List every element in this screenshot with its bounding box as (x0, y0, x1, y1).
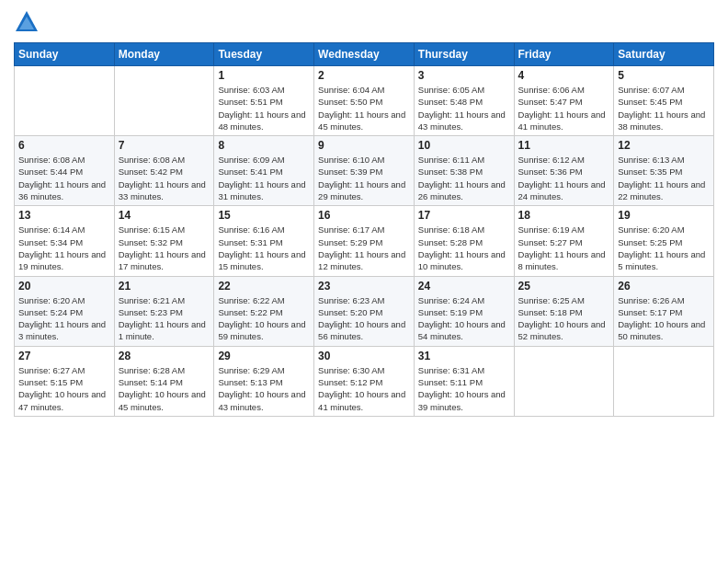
calendar-cell: 12Sunrise: 6:13 AM Sunset: 5:35 PM Dayli… (614, 136, 714, 206)
day-info: Sunrise: 6:17 AM Sunset: 5:29 PM Dayligh… (318, 224, 410, 272)
day-number: 23 (318, 280, 410, 293)
day-info: Sunrise: 6:10 AM Sunset: 5:39 PM Dayligh… (318, 154, 410, 202)
day-number: 29 (218, 350, 310, 362)
day-number: 15 (218, 209, 310, 222)
logo (14, 9, 41, 35)
calendar-cell: 25Sunrise: 6:25 AM Sunset: 5:18 PM Dayli… (514, 276, 614, 346)
day-info: Sunrise: 6:06 AM Sunset: 5:47 PM Dayligh… (518, 84, 610, 132)
day-info: Sunrise: 6:25 AM Sunset: 5:18 PM Dayligh… (518, 294, 610, 343)
day-info: Sunrise: 6:08 AM Sunset: 5:44 PM Dayligh… (18, 154, 110, 202)
calendar-cell: 24Sunrise: 6:24 AM Sunset: 5:19 PM Dayli… (414, 276, 514, 346)
day-info: Sunrise: 6:04 AM Sunset: 5:50 PM Dayligh… (318, 84, 410, 132)
day-number: 16 (318, 209, 410, 222)
calendar-week-row: 27Sunrise: 6:27 AM Sunset: 5:15 PM Dayli… (15, 346, 714, 416)
day-number: 4 (518, 69, 610, 82)
day-number: 6 (18, 139, 110, 152)
day-number: 2 (318, 69, 410, 82)
calendar-cell (614, 346, 714, 416)
day-number: 9 (318, 139, 410, 152)
weekday-header: Monday (114, 43, 214, 66)
calendar-cell: 18Sunrise: 6:19 AM Sunset: 5:27 PM Dayli… (514, 206, 614, 276)
day-number: 24 (418, 280, 510, 293)
calendar-cell: 17Sunrise: 6:18 AM Sunset: 5:28 PM Dayli… (414, 206, 514, 276)
calendar-cell: 6Sunrise: 6:08 AM Sunset: 5:44 PM Daylig… (15, 136, 115, 206)
calendar-cell (114, 66, 214, 136)
calendar-cell: 8Sunrise: 6:09 AM Sunset: 5:41 PM Daylig… (214, 136, 314, 206)
logo-icon (14, 9, 40, 35)
day-number: 5 (618, 69, 710, 82)
calendar-cell: 1Sunrise: 6:03 AM Sunset: 5:51 PM Daylig… (214, 66, 314, 136)
day-info: Sunrise: 6:05 AM Sunset: 5:48 PM Dayligh… (418, 84, 510, 132)
day-info: Sunrise: 6:12 AM Sunset: 5:36 PM Dayligh… (518, 154, 610, 202)
day-number: 3 (418, 69, 510, 82)
calendar-cell: 29Sunrise: 6:29 AM Sunset: 5:13 PM Dayli… (214, 346, 314, 416)
weekday-header: Wednesday (314, 43, 415, 66)
day-number: 7 (119, 139, 210, 152)
calendar-cell: 21Sunrise: 6:21 AM Sunset: 5:23 PM Dayli… (114, 276, 214, 346)
calendar-cell: 2Sunrise: 6:04 AM Sunset: 5:50 PM Daylig… (314, 66, 415, 136)
day-info: Sunrise: 6:20 AM Sunset: 5:25 PM Dayligh… (618, 224, 710, 272)
day-info: Sunrise: 6:29 AM Sunset: 5:13 PM Dayligh… (218, 364, 310, 413)
day-number: 11 (518, 139, 610, 152)
day-number: 8 (218, 139, 310, 152)
calendar-cell: 5Sunrise: 6:07 AM Sunset: 5:45 PM Daylig… (614, 66, 714, 136)
calendar-cell: 30Sunrise: 6:30 AM Sunset: 5:12 PM Dayli… (314, 346, 415, 416)
calendar-cell: 22Sunrise: 6:22 AM Sunset: 5:22 PM Dayli… (214, 276, 314, 346)
day-info: Sunrise: 6:30 AM Sunset: 5:12 PM Dayligh… (318, 364, 410, 413)
day-number: 14 (119, 209, 210, 222)
calendar-cell: 15Sunrise: 6:16 AM Sunset: 5:31 PM Dayli… (214, 206, 314, 276)
weekday-header: Thursday (414, 43, 514, 66)
weekday-header: Tuesday (214, 43, 314, 66)
day-number: 25 (518, 280, 610, 293)
day-number: 27 (18, 350, 110, 362)
day-info: Sunrise: 6:07 AM Sunset: 5:45 PM Dayligh… (618, 84, 710, 132)
day-number: 18 (518, 209, 610, 222)
day-number: 26 (618, 280, 710, 293)
day-info: Sunrise: 6:19 AM Sunset: 5:27 PM Dayligh… (518, 224, 610, 272)
day-info: Sunrise: 6:13 AM Sunset: 5:35 PM Dayligh… (618, 154, 710, 202)
calendar-cell: 20Sunrise: 6:20 AM Sunset: 5:24 PM Dayli… (15, 276, 115, 346)
calendar-cell: 4Sunrise: 6:06 AM Sunset: 5:47 PM Daylig… (514, 66, 614, 136)
calendar-cell: 3Sunrise: 6:05 AM Sunset: 5:48 PM Daylig… (414, 66, 514, 136)
day-info: Sunrise: 6:15 AM Sunset: 5:32 PM Dayligh… (119, 224, 210, 272)
day-number: 21 (119, 280, 210, 293)
day-info: Sunrise: 6:08 AM Sunset: 5:42 PM Dayligh… (119, 154, 210, 202)
calendar-cell: 23Sunrise: 6:23 AM Sunset: 5:20 PM Dayli… (314, 276, 415, 346)
weekday-header: Saturday (614, 43, 714, 66)
calendar-cell: 9Sunrise: 6:10 AM Sunset: 5:39 PM Daylig… (314, 136, 415, 206)
day-info: Sunrise: 6:23 AM Sunset: 5:20 PM Dayligh… (318, 294, 410, 343)
calendar-week-row: 13Sunrise: 6:14 AM Sunset: 5:34 PM Dayli… (15, 206, 714, 276)
calendar-week-row: 20Sunrise: 6:20 AM Sunset: 5:24 PM Dayli… (15, 276, 714, 346)
calendar-cell: 28Sunrise: 6:28 AM Sunset: 5:14 PM Dayli… (114, 346, 214, 416)
day-number: 20 (18, 280, 110, 293)
calendar-cell: 14Sunrise: 6:15 AM Sunset: 5:32 PM Dayli… (114, 206, 214, 276)
calendar-week-row: 1Sunrise: 6:03 AM Sunset: 5:51 PM Daylig… (15, 66, 714, 136)
calendar-cell: 10Sunrise: 6:11 AM Sunset: 5:38 PM Dayli… (414, 136, 514, 206)
day-info: Sunrise: 6:24 AM Sunset: 5:19 PM Dayligh… (418, 294, 510, 343)
day-number: 30 (318, 350, 410, 362)
day-info: Sunrise: 6:31 AM Sunset: 5:11 PM Dayligh… (418, 364, 510, 413)
day-info: Sunrise: 6:22 AM Sunset: 5:22 PM Dayligh… (218, 294, 310, 343)
day-info: Sunrise: 6:09 AM Sunset: 5:41 PM Dayligh… (218, 154, 310, 202)
day-info: Sunrise: 6:11 AM Sunset: 5:38 PM Dayligh… (418, 154, 510, 202)
calendar-cell: 19Sunrise: 6:20 AM Sunset: 5:25 PM Dayli… (614, 206, 714, 276)
day-info: Sunrise: 6:21 AM Sunset: 5:23 PM Dayligh… (119, 294, 210, 343)
weekday-header: Friday (514, 43, 614, 66)
day-info: Sunrise: 6:03 AM Sunset: 5:51 PM Dayligh… (218, 84, 310, 132)
day-info: Sunrise: 6:26 AM Sunset: 5:17 PM Dayligh… (618, 294, 710, 343)
day-number: 28 (119, 350, 210, 362)
day-number: 1 (218, 69, 310, 82)
page: SundayMondayTuesdayWednesdayThursdayFrid… (0, 0, 728, 563)
calendar-table: SundayMondayTuesdayWednesdayThursdayFrid… (14, 42, 714, 417)
day-number: 10 (418, 139, 510, 152)
calendar-cell (514, 346, 614, 416)
calendar-cell: 26Sunrise: 6:26 AM Sunset: 5:17 PM Dayli… (614, 276, 714, 346)
day-number: 13 (18, 209, 110, 222)
calendar-cell: 7Sunrise: 6:08 AM Sunset: 5:42 PM Daylig… (114, 136, 214, 206)
calendar-cell (15, 66, 115, 136)
calendar-cell: 13Sunrise: 6:14 AM Sunset: 5:34 PM Dayli… (15, 206, 115, 276)
day-info: Sunrise: 6:14 AM Sunset: 5:34 PM Dayligh… (18, 224, 110, 272)
header (14, 9, 714, 35)
day-info: Sunrise: 6:28 AM Sunset: 5:14 PM Dayligh… (119, 364, 210, 413)
day-info: Sunrise: 6:27 AM Sunset: 5:15 PM Dayligh… (18, 364, 110, 413)
